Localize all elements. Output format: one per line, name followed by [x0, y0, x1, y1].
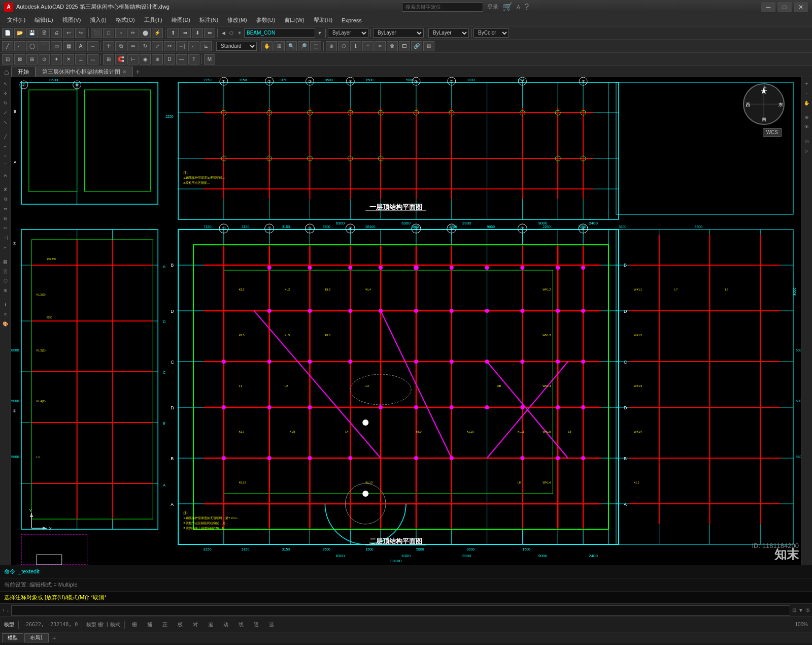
- rt-pan[interactable]: ✋: [802, 99, 811, 108]
- rt-orbit[interactable]: ⊕: [802, 113, 811, 122]
- lt-extend[interactable]: →|: [1, 233, 10, 242]
- cmd-icon-2[interactable]: ▼: [798, 607, 803, 613]
- tb-btn-2[interactable]: □: [103, 28, 114, 38]
- osnap-cen[interactable]: ⊙: [39, 54, 50, 64]
- lt-polyline[interactable]: ⌐: [1, 142, 10, 151]
- app-icon[interactable]: A: [4, 3, 13, 12]
- lweight-btn[interactable]: —: [176, 54, 187, 64]
- status-grid-btn[interactable]: 栅: [129, 620, 140, 630]
- layer-icon[interactable]: ⬡: [228, 29, 235, 37]
- drawing-svg[interactable]: ⑦ ⑧ 3600 B A 2250: [11, 77, 801, 565]
- style-dropdown[interactable]: Standard: [216, 42, 257, 51]
- lt-stretch[interactable]: ⤡: [1, 118, 10, 127]
- login-link[interactable]: 登录: [487, 3, 498, 11]
- osnap-int[interactable]: ✕: [63, 54, 74, 64]
- menu-express[interactable]: Express: [337, 16, 366, 24]
- linetype-dropdown[interactable]: ByLayer: [373, 28, 424, 38]
- lt-region[interactable]: ⬡: [1, 276, 10, 285]
- extend-tool[interactable]: →|: [176, 41, 187, 51]
- lt-hatch[interactable]: ▦: [1, 257, 10, 266]
- zoom-in[interactable]: 🔍: [286, 41, 297, 51]
- open-button[interactable]: 📂: [14, 28, 25, 38]
- lt-copy[interactable]: ⧉: [1, 195, 10, 204]
- lt-trim[interactable]: ✂: [1, 223, 10, 233]
- maximize-button[interactable]: □: [777, 2, 792, 12]
- tb-btn-3[interactable]: ○: [115, 28, 126, 38]
- status-sel-btn[interactable]: 选: [266, 620, 277, 630]
- layer-prev-icon[interactable]: ◀: [220, 29, 227, 37]
- tab-drawing[interactable]: 第三层休闲中心框架结构设计图 ✕: [36, 67, 133, 77]
- dynin-btn[interactable]: D: [164, 54, 175, 64]
- model-btn[interactable]: M: [204, 54, 215, 64]
- menu-view[interactable]: 视图(V): [58, 15, 85, 25]
- layout-tab-1[interactable]: 布局1: [24, 633, 49, 642]
- osnap-tan[interactable]: ⌓: [87, 54, 98, 64]
- cmd-icon-3[interactable]: ⑤: [805, 607, 810, 613]
- chamfer-tool[interactable]: ⊾: [200, 41, 212, 51]
- fillet-tool[interactable]: ⌐: [188, 41, 199, 51]
- status-osnap-btn[interactable]: 对: [190, 620, 201, 630]
- status-lweight-btn[interactable]: 线: [235, 620, 247, 630]
- osnap-node[interactable]: ✦: [51, 54, 62, 64]
- search-input[interactable]: [402, 3, 483, 12]
- osnap-end[interactable]: ⊠: [14, 54, 25, 64]
- arc-tool[interactable]: ⌒: [39, 41, 50, 51]
- tab-add-button[interactable]: +: [133, 67, 143, 77]
- tb-btn-5[interactable]: ⬤: [140, 28, 151, 38]
- menu-format[interactable]: 格式(O): [112, 15, 139, 25]
- osnap-mid[interactable]: ⊞: [26, 54, 38, 64]
- new-button[interactable]: 📄: [2, 28, 13, 38]
- match-props-btn[interactable]: ≈: [375, 41, 386, 51]
- layout-tab-add[interactable]: +: [50, 633, 59, 642]
- command-input-field[interactable]: [11, 605, 790, 616]
- menu-window[interactable]: 窗口(W): [280, 15, 309, 25]
- undo-button[interactable]: ↩: [63, 28, 74, 38]
- lineweight-dropdown[interactable]: ByLayer: [428, 28, 469, 38]
- rect-tool[interactable]: ▭: [51, 41, 62, 51]
- layer-props-btn[interactable]: ≡: [362, 41, 374, 51]
- home-icon[interactable]: ⌂: [4, 68, 9, 77]
- store-icon[interactable]: 🛒: [502, 2, 513, 12]
- tb-btn-4[interactable]: ✏: [127, 28, 139, 38]
- dim-tool[interactable]: ↔: [87, 41, 98, 51]
- plot-button[interactable]: 🖨: [51, 28, 62, 38]
- lt-fillet[interactable]: ⌐: [1, 243, 10, 252]
- rotate-tool[interactable]: ↻: [140, 41, 151, 51]
- status-snap-btn[interactable]: 捕: [144, 620, 155, 630]
- snap-btn[interactable]: 🧲: [115, 54, 126, 64]
- rt-navwheel[interactable]: ◎: [802, 137, 811, 146]
- color-dropdown[interactable]: ByLayer: [328, 28, 368, 38]
- tp-btn[interactable]: T: [188, 54, 199, 64]
- username-area[interactable]: A: [517, 4, 520, 10]
- grid-btn[interactable]: ⊞: [103, 54, 114, 64]
- tab-start[interactable]: 开始: [11, 67, 36, 77]
- save-button[interactable]: 💾: [26, 28, 38, 38]
- rt-zoom-out[interactable]: -: [802, 89, 811, 98]
- lt-mirror[interactable]: ⇔: [1, 204, 10, 213]
- zoom-extents[interactable]: ⊞: [274, 41, 285, 51]
- lt-scale[interactable]: ⤢: [1, 108, 10, 117]
- 3d-orbit[interactable]: ⊕: [326, 41, 337, 51]
- lt-circle[interactable]: ○: [1, 151, 10, 160]
- lt-offset[interactable]: ⊟: [1, 214, 10, 223]
- close-button[interactable]: ✕: [794, 2, 808, 12]
- status-tp-btn[interactable]: 透: [251, 620, 262, 630]
- lt-text[interactable]: A: [1, 171, 10, 180]
- lt-gradient[interactable]: ▒: [1, 267, 10, 276]
- tb-btn-7[interactable]: ⬆: [167, 28, 179, 38]
- menu-file[interactable]: 文件(F): [3, 15, 29, 25]
- lt-insert[interactable]: ⊞: [1, 286, 10, 295]
- circle-tool[interactable]: ◯: [26, 41, 38, 51]
- rt-showmotion[interactable]: ▷: [802, 146, 811, 155]
- menu-help[interactable]: 帮助(H): [310, 15, 336, 25]
- menu-edit[interactable]: 编辑(E): [30, 15, 57, 25]
- rt-view[interactable]: 👁: [802, 122, 811, 132]
- lt-rotate[interactable]: ↻: [1, 99, 10, 108]
- lt-select[interactable]: ↖: [1, 79, 10, 88]
- tab-close-icon[interactable]: ✕: [122, 69, 126, 75]
- tb-btn-6[interactable]: ⚡: [152, 28, 163, 38]
- layer-freeze-icon[interactable]: ☀: [236, 29, 243, 37]
- menu-tools[interactable]: 工具(T): [140, 15, 166, 25]
- layer-name-input[interactable]: [244, 28, 315, 38]
- lt-color[interactable]: 🎨: [1, 319, 10, 329]
